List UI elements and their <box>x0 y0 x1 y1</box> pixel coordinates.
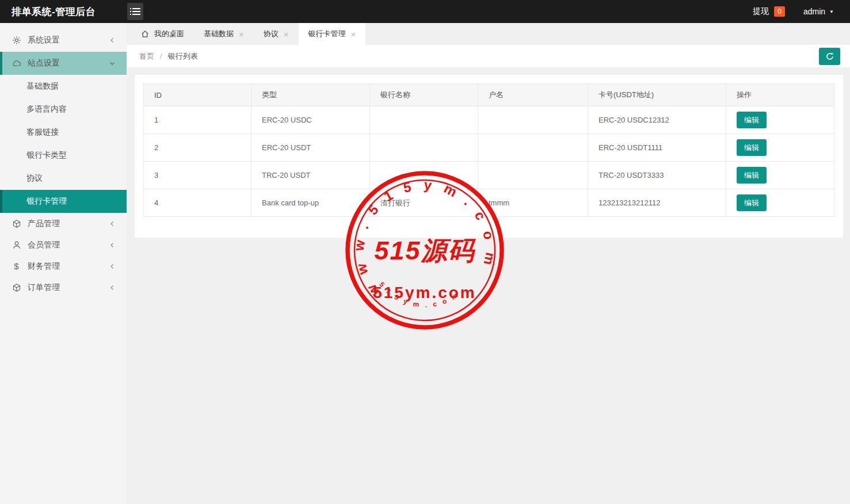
cube-icon <box>12 282 21 292</box>
cell-card-number: ERC-20 USDC12312 <box>588 106 726 134</box>
sidebar-item-label: 产品管理 <box>28 219 60 229</box>
close-icon[interactable]: × <box>284 30 289 39</box>
sidebar-item-multilanguage[interactable]: 多语言内容 <box>0 98 127 121</box>
sidebar-item-label: 会员管理 <box>28 240 60 250</box>
chevron-left-icon <box>109 242 115 248</box>
tab-label: 我的桌面 <box>154 29 184 39</box>
sidebar: 系统设置 站点设置 基础数据 多语言内容 客服链接 <box>0 23 127 504</box>
header-card-number: 卡号(USDT地址) <box>588 84 726 106</box>
edit-button[interactable]: 编辑 <box>737 112 767 128</box>
refresh-button[interactable] <box>819 48 840 65</box>
sidebar-item-agreement[interactable]: 协议 <box>0 167 127 190</box>
close-icon[interactable]: × <box>239 30 244 39</box>
cell-actions: 编辑 <box>726 189 834 217</box>
breadcrumb-current: 银行列表 <box>168 51 198 62</box>
main-area: 我的桌面 基础数据 × 协议 × 银行卡管理 × 首页 / 银行列表 <box>127 23 850 504</box>
table-row: 3 TRC-20 USDT TRC-20 USDT3333 编辑 <box>144 162 834 189</box>
withdraw-label: 提现 <box>753 6 769 17</box>
cell-id: 3 <box>144 162 251 189</box>
table-row: 1 ERC-20 USDC ERC-20 USDC12312 编辑 <box>144 106 834 134</box>
admin-app: 排单系统-管理后台 提现 0 admin ▼ <box>0 0 850 504</box>
home-icon <box>141 30 149 38</box>
cell-actions: 编辑 <box>726 106 834 134</box>
sidebar-item-label: 站点设置 <box>28 58 60 68</box>
topbar: 排单系统-管理后台 提现 0 admin ▼ <box>0 0 850 23</box>
tab-basic-data[interactable]: 基础数据 × <box>194 23 254 45</box>
sidebar-item-bankcard-management[interactable]: 银行卡管理 <box>0 190 127 213</box>
chevron-left-icon <box>109 221 115 227</box>
cell-type: ERC-20 USDT <box>251 134 370 162</box>
chevron-left-icon <box>109 285 115 291</box>
withdraw-count-badge: 0 <box>774 6 785 17</box>
cell-id: 2 <box>144 134 251 162</box>
sidebar-item-order-management[interactable]: 订单管理 <box>0 277 127 298</box>
table-header-row: ID 类型 银行名称 户名 卡号(USDT地址) 操作 <box>144 84 834 106</box>
breadcrumb-separator: / <box>160 52 162 60</box>
app-title: 排单系统-管理后台 <box>0 5 122 18</box>
chevron-left-icon <box>109 37 115 43</box>
breadcrumb-home[interactable]: 首页 <box>139 51 154 62</box>
tab-my-desktop[interactable]: 我的桌面 <box>131 23 194 45</box>
sidebar-item-member-management[interactable]: 会员管理 <box>0 234 127 255</box>
sidebar-item-finance-management[interactable]: $ 财务管理 <box>0 255 127 277</box>
edit-button[interactable]: 编辑 <box>737 194 767 211</box>
sidebar-item-site-settings[interactable]: 站点设置 <box>0 52 127 75</box>
content-area: ID 类型 银行名称 户名 卡号(USDT地址) 操作 1 ER <box>127 67 850 504</box>
chevron-down-icon: ▼ <box>829 9 834 14</box>
sidebar-item-label: 财务管理 <box>28 261 60 272</box>
cell-account-name <box>478 162 588 189</box>
cell-type: Bank card top-up <box>251 189 370 217</box>
bank-table: ID 类型 银行名称 户名 卡号(USDT地址) 操作 1 ER <box>143 83 834 217</box>
tab-agreement[interactable]: 协议 × <box>254 23 299 45</box>
username: admin <box>803 7 825 16</box>
cell-type: ERC-20 USDC <box>251 106 370 134</box>
tab-label: 基础数据 <box>204 29 234 39</box>
chevron-left-icon <box>109 264 115 269</box>
tab-bar: 我的桌面 基础数据 × 协议 × 银行卡管理 × <box>127 23 850 45</box>
user-menu[interactable]: admin ▼ <box>803 7 834 16</box>
cell-actions: 编辑 <box>726 134 834 162</box>
cell-actions: 编辑 <box>726 162 834 189</box>
gear-icon <box>12 36 21 45</box>
header-account-name: 户名 <box>478 84 588 106</box>
dollar-icon: $ <box>12 261 21 271</box>
cell-account-name <box>478 134 588 162</box>
cell-account-name <box>478 106 588 134</box>
sidebar-item-label: 系统设置 <box>28 35 60 45</box>
sidebar-item-system-settings[interactable]: 系统设置 <box>0 29 127 52</box>
tab-bankcard-management[interactable]: 银行卡管理 × <box>299 23 366 45</box>
cell-id: 4 <box>144 189 251 217</box>
edit-button[interactable]: 编辑 <box>737 167 767 184</box>
user-icon <box>12 240 21 250</box>
cell-card-number: 123213213212112 <box>588 189 726 217</box>
header-actions: 操作 <box>726 84 834 106</box>
sidebar-item-basic-data[interactable]: 基础数据 <box>0 75 127 98</box>
cell-bank-name <box>370 134 478 162</box>
cell-bank-name <box>370 106 478 134</box>
chevron-down-icon <box>109 60 115 66</box>
header-type: 类型 <box>251 84 370 106</box>
sidebar-item-service-link[interactable]: 客服链接 <box>0 121 127 144</box>
sidebar-item-product-management[interactable]: 产品管理 <box>0 213 127 234</box>
cell-id: 1 <box>144 106 251 134</box>
topbar-right: 提现 0 admin ▼ <box>753 6 850 17</box>
withdraw-link[interactable]: 提现 0 <box>753 6 785 17</box>
header-bank-name: 银行名称 <box>370 84 478 106</box>
cloud-icon <box>12 59 21 68</box>
header-id: ID <box>144 84 251 106</box>
breadcrumb-bar: 首页 / 银行列表 <box>127 45 850 67</box>
site-settings-submenu: 基础数据 多语言内容 客服链接 银行卡类型 协议 银行卡管理 <box>0 75 127 213</box>
cell-bank-name: 渣打银行 <box>370 189 478 217</box>
sidebar-collapse-button[interactable] <box>127 3 143 20</box>
sidebar-item-bankcard-type[interactable]: 银行卡类型 <box>0 144 127 167</box>
cell-type: TRC-20 USDT <box>251 162 370 189</box>
edit-button[interactable]: 编辑 <box>737 139 767 156</box>
cell-card-number: TRC-20 USDT3333 <box>588 162 726 189</box>
cell-bank-name <box>370 162 478 189</box>
tab-label: 银行卡管理 <box>308 29 346 39</box>
cell-card-number: ERC-20 USDT1111 <box>588 134 726 162</box>
bank-list-card: ID 类型 银行名称 户名 卡号(USDT地址) 操作 1 ER <box>135 75 843 238</box>
refresh-icon <box>825 52 834 61</box>
cell-account-name: tmmm <box>478 189 588 217</box>
close-icon[interactable]: × <box>351 30 356 39</box>
